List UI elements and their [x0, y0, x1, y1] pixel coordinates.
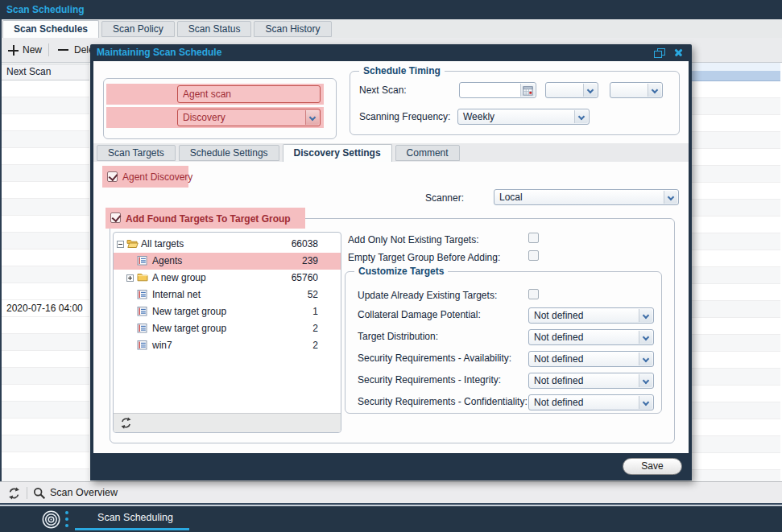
table-row[interactable] [2, 317, 89, 334]
security-requirements-integrity-select[interactable]: Not defined [528, 373, 654, 389]
new-button[interactable]: New [23, 38, 42, 62]
add-found-targets-checkbox[interactable] [110, 212, 121, 223]
table-row[interactable] [2, 233, 89, 250]
table-row[interactable] [2, 351, 89, 368]
status-separator [27, 487, 27, 499]
taskbar-item-scan-scheduling[interactable]: Scan Scheduling [79, 506, 192, 530]
search-icon[interactable] [33, 487, 46, 500]
tree-footer [114, 413, 341, 432]
tab-schedule-settings[interactable]: Schedule Settings [179, 145, 279, 161]
tab-scan-schedules[interactable]: Scan Schedules [2, 20, 99, 38]
next-scan-hour-select[interactable] [545, 82, 598, 98]
dropdown-button[interactable] [639, 309, 652, 322]
table-row[interactable] [2, 131, 89, 148]
tab-discovery-settings[interactable]: Discovery Settings [283, 144, 392, 162]
tree-item-label: Internal net [152, 289, 201, 300]
chevron-down-icon [652, 87, 658, 93]
table-row[interactable] [2, 334, 89, 351]
update-already-existing-targets-checkbox[interactable] [528, 289, 539, 299]
target-tree-panel: All targets66038Agents239A new group6576… [113, 232, 341, 433]
table-row[interactable] [2, 250, 89, 266]
table-row[interactable] [2, 199, 89, 216]
tree-item-all-targets[interactable]: All targets66038 [114, 236, 341, 253]
calendar-button[interactable] [520, 84, 535, 97]
scanner-select[interactable]: Local [494, 189, 679, 205]
close-icon[interactable] [673, 47, 684, 58]
tree-item-a-new-group[interactable]: A new group65760 [114, 270, 341, 287]
next-scan-date-input[interactable] [459, 82, 536, 98]
tree-item-agents[interactable]: Agents239 [114, 253, 341, 270]
table-row[interactable] [2, 469, 89, 481]
status-label[interactable]: Scan Overview [50, 482, 118, 504]
security-requirements-availability-select[interactable]: Not defined [528, 351, 654, 367]
next-scan-minute-select[interactable] [610, 82, 663, 98]
expand-icon[interactable] [126, 274, 134, 282]
dropdown-button[interactable] [639, 374, 652, 387]
dialog-title-bar[interactable]: Maintaining Scan Schedule [90, 44, 692, 61]
tree-item-count: 66038 [292, 238, 318, 250]
collapse-icon[interactable] [117, 241, 124, 248]
dropdown-button[interactable] [648, 84, 661, 97]
dropdown-button[interactable] [639, 396, 652, 409]
tree-item-new-target-group[interactable]: New target group2 [114, 320, 341, 337]
table-row[interactable] [2, 402, 89, 419]
bullseye-icon[interactable] [41, 509, 61, 530]
table-row[interactable] [2, 216, 89, 233]
tree-item-label: Agents [152, 255, 182, 266]
empty-target-group-before-adding-checkbox[interactable] [528, 250, 539, 261]
scanning-frequency-select[interactable]: Weekly [457, 109, 590, 125]
customize-row-label: Update Already Existing Targets: [358, 290, 497, 301]
table-row[interactable] [2, 80, 89, 97]
chevron-down-icon [643, 312, 649, 319]
dropdown-button[interactable] [664, 191, 677, 204]
table-row-next-scan[interactable]: 2020-07-16 04:00 [2, 300, 89, 317]
tab-scan-policy[interactable]: Scan Policy [101, 21, 175, 37]
table-row[interactable] [2, 97, 89, 114]
tree-item-new-target-group[interactable]: New target group1 [114, 303, 341, 320]
tree-item-label: A new group [152, 272, 206, 283]
dropdown-button[interactable] [639, 331, 652, 344]
table-row[interactable] [2, 368, 89, 385]
target-group-title: Add Found Targets To Target Group [126, 213, 291, 225]
tree-item-count: 65760 [292, 272, 318, 283]
table-row[interactable] [2, 165, 89, 182]
security-requirements-confidentiality-select[interactable]: Not defined [528, 394, 654, 410]
dropdown-button[interactable] [583, 84, 597, 97]
chevron-down-icon [587, 87, 594, 93]
dropdown-button[interactable] [305, 110, 319, 125]
table-row[interactable] [2, 419, 89, 435]
target-list-icon [137, 255, 147, 266]
tree-item-win7[interactable]: win72 [114, 337, 341, 354]
column-header-next-scan[interactable]: Next Scan [2, 64, 89, 80]
table-row[interactable] [2, 266, 89, 283]
table-row[interactable] [2, 283, 89, 300]
dropdown-button[interactable] [574, 110, 588, 123]
refresh-icon[interactable] [120, 417, 132, 429]
next-scan-label: Next Scan: [359, 85, 407, 96]
restore-icon[interactable] [654, 48, 664, 57]
collateral-damage-potential-select[interactable]: Not defined [528, 307, 654, 324]
refresh-icon[interactable] [7, 487, 21, 500]
customize-row-label: Collateral Damage Potential: [358, 309, 481, 320]
table-row[interactable] [2, 114, 89, 131]
save-button[interactable]: Save [623, 458, 682, 475]
tab-scan-history[interactable]: Scan History [254, 21, 331, 37]
table-row[interactable] [2, 385, 89, 402]
table-row[interactable] [2, 182, 89, 199]
table-row[interactable] [2, 452, 89, 469]
tree-item-internal-net[interactable]: Internal net52 [114, 287, 341, 303]
taskbar-dots-icon[interactable] [65, 511, 68, 514]
table-row[interactable] [2, 148, 89, 165]
chevron-down-icon [578, 113, 585, 120]
tab-comment[interactable]: Comment [395, 145, 460, 161]
scan-mode-select[interactable]: Discovery [177, 109, 321, 126]
tab-scan-status[interactable]: Scan Status [177, 21, 252, 37]
schedule-timing-title: Schedule Timing [359, 65, 445, 76]
dropdown-button[interactable] [639, 353, 652, 365]
target-distribution-select[interactable]: Not defined [528, 329, 654, 345]
tab-scan-targets[interactable]: Scan Targets [97, 145, 176, 161]
add-only-not-existing-targets-checkbox[interactable] [528, 233, 539, 243]
name-input[interactable] [177, 85, 321, 103]
agent-discovery-checkbox[interactable] [107, 171, 118, 182]
table-row[interactable] [2, 435, 89, 452]
